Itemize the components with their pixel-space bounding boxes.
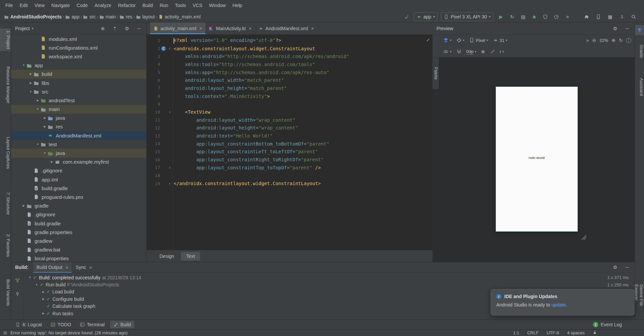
inspections-status-icon[interactable]: ✓ [426,37,430,43]
tree-item-res[interactable]: ▶res [11,122,146,131]
build-tab-build-output[interactable]: Build Output× [33,262,72,273]
tree-item-workspace.xml[interactable]: workspace.xml [11,52,146,61]
design-surface[interactable]: Palette Hello World! [432,57,635,262]
hide-panel-button[interactable]: ─ [624,24,631,33]
settings-icon[interactable]: ⚙ [124,24,130,33]
coverage-button[interactable] [541,13,550,21]
tree-item-gradlew[interactable]: gradlew [11,236,146,245]
tree-expand-icon[interactable]: ▶ [35,99,41,102]
orientation-select[interactable]: ▾ [456,38,465,43]
device-select[interactable]: Pixel 3 XL API 30▾ [441,12,494,21]
strip-1-project[interactable]: 1: Project [0,29,11,51]
strip-assistant[interactable]: Assistant [635,76,644,98]
build-tab-sync[interactable]: Sync× [72,262,95,273]
strip-device-file-explorer[interactable]: Device File Explorer [635,282,644,319]
file-lock-indicator[interactable] [593,330,597,336]
close-icon[interactable]: × [311,25,314,31]
tree-item-.gitignore[interactable]: .gitignore [11,210,146,219]
strip-7-structure[interactable]: 7: Structure [0,190,11,217]
fold-marker[interactable]: ∧ [167,166,173,169]
debug-button[interactable] [530,13,539,21]
strip-layout-captures[interactable]: Layout Captures [0,135,11,171]
tree-expand-icon[interactable]: ▶ [28,72,34,75]
search-everywhere-button[interactable] [629,13,638,21]
caret-position-widget[interactable]: 1:1 [513,330,519,335]
crumb-main[interactable]: main [99,14,116,19]
preview-device-select[interactable]: Pixel▾ [469,38,488,43]
mode-tab-text[interactable]: Text [181,252,200,261]
menu-window[interactable]: Window [206,0,229,11]
build-expand-icon[interactable]: ▶ [41,290,46,293]
zoom-to-fit-button[interactable]: ↻ [619,38,623,43]
api-version-select[interactable]: 31▾ [493,38,507,43]
fold-marker[interactable]: ∧ [167,182,173,185]
view-options-select[interactable]: ▾ [443,49,452,54]
tree-expand-icon[interactable]: ▶ [21,204,27,207]
crumb-app[interactable]: app [65,14,79,19]
toolwindow-terminal[interactable]: Terminal [77,321,108,328]
stop-button[interactable]: ■ [563,13,572,21]
editor-tab-mainactivity.kt[interactable]: MainActivity.kt× [205,22,255,34]
tree-item-app[interactable]: ▼app [11,61,146,70]
apply-changes-button[interactable]: ↻ [508,13,516,21]
tree-item-androidmanifest.xml[interactable]: AndroidManifest.xml [11,131,146,140]
device-canvas[interactable]: Hello World! [496,87,578,232]
menu-navigate[interactable]: Navigate [48,0,73,11]
strip-resource-manager[interactable]: Resource Manager [0,64,11,106]
align-select[interactable]: I▾ [500,50,504,54]
editor-tab-androidmanifest.xml[interactable]: AndroidManifest.xml× [255,22,318,34]
menu-view[interactable]: View [31,0,48,11]
hide-panel-button[interactable]: ─ [136,24,142,33]
crumb-activity_main.xml[interactable]: activity_main.xml [158,14,201,19]
menu-tools[interactable]: Tools [172,0,189,11]
pin-button[interactable] [13,290,22,298]
mode-tab-design[interactable]: Design [154,252,180,261]
indent-widget[interactable]: 4 spaces [567,330,585,335]
menu-refactor[interactable]: Refactor [114,0,139,11]
collapse-all-button[interactable]: ⇡ [111,24,118,33]
toolwindow-logcat[interactable]: 6: Logcat [12,321,45,328]
render-issues-button[interactable]: ! [626,38,631,43]
encoding-widget[interactable]: UTF-8 [547,330,559,335]
crumb-src[interactable]: src [83,14,96,19]
run-config-select[interactable]: app▾ [414,12,438,21]
editor-tab-activity_main.xml[interactable]: activity_main.xml× [150,22,205,34]
tree-expand-icon[interactable]: ▶ [42,116,48,119]
tree-item-.gitignore[interactable]: .gitignore [11,166,146,175]
tree-item-com.example.myfirst[interactable]: ▶com.example.myfirst [11,158,146,166]
tree-item-libs[interactable]: ▶libs [11,78,146,87]
sync-gradle-button[interactable] [582,13,591,21]
build-expand-icon[interactable]: ▶ [41,312,46,315]
strip-build-variants[interactable]: Build Variants [0,277,11,308]
toolwindow-event-log[interactable]: 1Event Log [590,321,625,328]
fold-marker[interactable]: ∨ [167,110,173,114]
menu-code[interactable]: Code [73,0,91,11]
close-icon[interactable]: × [199,25,202,31]
tree-expand-icon[interactable]: ▶ [28,81,34,85]
crumb-layout[interactable]: layout [136,14,155,19]
zoom-in-button[interactable]: ⊕ [612,38,616,43]
menu-file[interactable]: File [2,0,16,11]
tree-item-main[interactable]: ▼main [11,105,146,114]
settings-icon[interactable]: ⚙ [612,24,618,33]
strip-gradle[interactable]: Gradle [635,43,644,60]
tree-expand-icon[interactable]: ▶ [42,125,48,128]
line-ending-widget[interactable]: CRLF [527,330,539,335]
close-icon[interactable]: × [65,265,68,270]
build-row[interactable]: ▼✓Run build F:\AndroidStudioProjects1 s … [24,281,635,288]
build-expand-icon[interactable]: ▼ [34,283,39,286]
tree-item-proguard-rules.pro[interactable]: proguard-rules.pro [11,192,146,201]
toolwindow-todo[interactable]: TODO [47,321,75,328]
strip-2-favorites[interactable]: 2: Favorites [0,232,11,259]
build-expand-icon[interactable]: ▼ [27,276,33,279]
update-link[interactable]: update [551,302,566,307]
layout-inspector-button[interactable]: ▦ [606,13,614,21]
vcs-update-button[interactable] [402,13,411,21]
sdk-manager-button[interactable]: ⇩ [617,13,626,21]
infer-constraints-button[interactable] [490,49,495,54]
tree-item-runconfigurations.xml[interactable]: runConfigurations.xml [11,43,146,52]
profile-app-button[interactable]: ▤ [519,13,527,21]
tree-item-gradle[interactable]: ▶gradle [11,202,146,210]
tree-expand-icon[interactable]: ▼ [35,143,41,146]
zoom-out-button[interactable]: ⊖ [592,38,596,43]
